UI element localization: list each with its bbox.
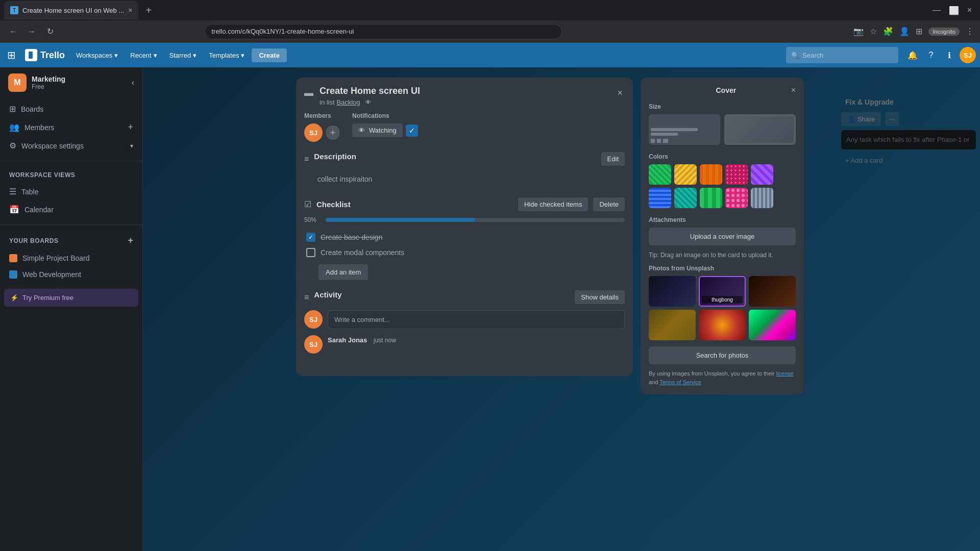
checkbox-checked[interactable]: ✓ <box>306 233 315 242</box>
unsplash-photo-1[interactable] <box>649 276 696 307</box>
progress-bar-fill <box>326 218 475 222</box>
unsplash-photo-2[interactable]: thugbong <box>699 276 746 307</box>
sidebar-item-table[interactable]: ☰ Table <box>4 183 138 201</box>
try-premium-button[interactable]: ⚡ Try Premium free <box>4 289 138 307</box>
info-icon[interactable]: ℹ <box>941 47 958 63</box>
star-icon[interactable]: ☆ <box>870 27 877 36</box>
help-icon[interactable]: ? <box>923 47 939 63</box>
color-swatch-orange-stripes[interactable] <box>700 164 722 185</box>
notification-icon[interactable]: 🔔 <box>904 47 921 63</box>
comment-input[interactable]: Write a comment... <box>328 310 625 329</box>
chevron-down-icon: ▾ <box>241 52 244 59</box>
menu-icon[interactable]: ⋮ <box>966 27 974 36</box>
checklist-item-text: Create base design <box>321 233 382 241</box>
sidebar-item-boards[interactable]: ⊞ Boards <box>4 100 138 118</box>
sidebar-collapse-button[interactable]: ‹ <box>132 78 134 87</box>
browser-tab[interactable]: T Create Home screen UI on Web ... × <box>4 1 138 19</box>
table-icon: ☰ <box>9 187 16 196</box>
color-swatch-purple[interactable] <box>751 164 773 185</box>
user-avatar[interactable]: SJ <box>960 47 976 63</box>
watching-button[interactable]: 👁 Watching <box>352 123 403 137</box>
show-details-button[interactable]: Show details <box>575 290 625 304</box>
add-member-button[interactable]: + <box>326 126 340 140</box>
grid-icon[interactable]: ⊞ <box>4 46 19 64</box>
cover-size-options <box>649 114 796 145</box>
maximize-button[interactable]: ⬜ <box>949 6 959 15</box>
cover-close-button[interactable]: × <box>791 86 796 95</box>
back-button[interactable]: ← <box>6 24 20 39</box>
board-icon <box>9 270 17 279</box>
cover-size-full[interactable] <box>724 114 796 145</box>
checklist-item: Create modal components <box>304 245 625 260</box>
workspace-icon: M <box>8 73 27 92</box>
forward-button[interactable]: → <box>24 24 39 39</box>
unsplash-photo-3[interactable] <box>749 276 796 307</box>
notifications-label: Notifications <box>352 112 418 119</box>
extensions-icon[interactable]: 🧩 <box>883 27 893 36</box>
watching-check-icon[interactable]: ✓ <box>406 124 418 137</box>
search-input[interactable]: 🔍 Search <box>786 47 898 63</box>
add-board-button[interactable]: + <box>128 235 133 246</box>
add-member-icon[interactable]: + <box>128 122 133 133</box>
create-button[interactable]: Create <box>252 48 286 62</box>
color-swatch-pink[interactable] <box>725 188 748 208</box>
add-item-button[interactable]: Add an item <box>318 264 368 280</box>
unsplash-photo-6[interactable] <box>749 310 796 340</box>
edit-description-button[interactable]: Edit <box>601 152 625 166</box>
sidebar-item-calendar[interactable]: 📅 Calendar <box>4 201 138 218</box>
chevron-down-icon: ▾ <box>130 142 133 149</box>
terms-link[interactable]: Terms of Service <box>659 379 701 385</box>
checkbox-unchecked[interactable] <box>306 248 315 257</box>
color-swatch-blue-lines[interactable] <box>649 188 671 208</box>
card-title: Create Home screen UI <box>320 86 609 96</box>
color-swatch-gray-lines[interactable] <box>751 188 773 208</box>
progress-bar <box>326 218 625 222</box>
search-photos-button[interactable]: Search for photos <box>649 346 796 364</box>
cover-size-small[interactable] <box>649 114 720 145</box>
upload-cover-button[interactable]: Upload a cover image <box>649 228 796 245</box>
activity-section: ≡ Activity Show details SJ Write a comme… <box>304 290 625 354</box>
sidebar-item-web-development[interactable]: Web Development <box>4 266 138 283</box>
tab-favicon: T <box>10 6 18 14</box>
incognito-badge: Incognito <box>928 28 960 36</box>
close-button[interactable]: × <box>967 6 972 15</box>
hide-checked-button[interactable]: Hide checked items <box>518 197 588 211</box>
member-avatar[interactable]: SJ <box>304 123 323 142</box>
workspace-plan: Free <box>32 83 127 90</box>
eye-icon: 👁 <box>365 98 372 106</box>
unsplash-photo-5[interactable] <box>699 310 746 340</box>
check-icon: ✓ <box>308 234 313 241</box>
templates-menu[interactable]: Templates ▾ <box>204 48 250 62</box>
workspaces-menu[interactable]: Workspaces ▾ <box>71 48 123 62</box>
color-swatch-yellow-dark[interactable] <box>674 164 697 185</box>
sidebar-item-simple-project-board[interactable]: Simple Project Board <box>4 250 138 266</box>
new-tab-button[interactable]: + <box>140 2 157 18</box>
color-swatch-green-bars[interactable] <box>700 188 722 208</box>
refresh-button[interactable]: ↻ <box>43 24 57 39</box>
sidebar-icon[interactable]: ⊞ <box>916 27 922 36</box>
recent-menu[interactable]: Recent ▾ <box>125 48 162 62</box>
tab-close-button[interactable]: × <box>128 6 132 14</box>
activity-author: Sarah Jonas <box>328 336 367 344</box>
members-icon: 👥 <box>9 122 19 132</box>
photos-label: Photos from Unsplash <box>649 265 796 272</box>
color-swatch-teal[interactable] <box>674 188 697 208</box>
boards-icon: ⊞ <box>9 104 16 114</box>
minimize-button[interactable]: — <box>933 6 941 15</box>
starred-menu[interactable]: Starred ▾ <box>164 48 202 62</box>
address-bar[interactable]: trello.com/c/kQq0k1NY/1-create-home-scre… <box>205 24 562 39</box>
sidebar-item-members[interactable]: 👥 Members + <box>4 118 138 137</box>
settings-icon: ⚙ <box>9 141 16 151</box>
color-swatch-red-dots[interactable] <box>725 164 748 185</box>
color-swatch-green-stripes[interactable] <box>649 164 671 185</box>
license-link[interactable]: license <box>776 370 793 377</box>
trello-logo[interactable]: Trello <box>21 47 69 63</box>
sidebar-item-workspace-settings[interactable]: ⚙ Workspace settings ▾ <box>4 137 138 155</box>
delete-checklist-button[interactable]: Delete <box>593 197 625 211</box>
unsplash-photo-4[interactable] <box>649 310 696 340</box>
description-icon: ≡ <box>304 155 309 164</box>
tab-title: Create Home screen UI on Web ... <box>22 7 124 14</box>
modal-close-button[interactable]: × <box>615 86 625 101</box>
profile-icon[interactable]: 👤 <box>899 27 910 36</box>
list-link[interactable]: Backlog <box>336 98 360 106</box>
